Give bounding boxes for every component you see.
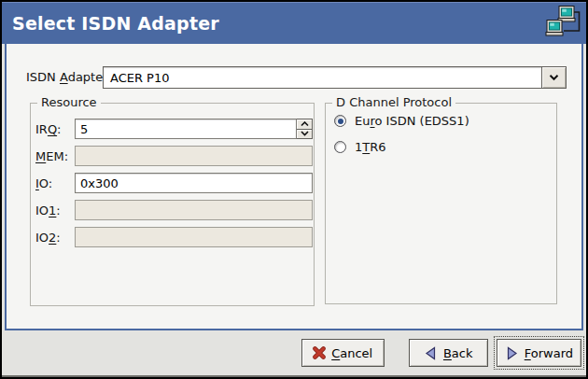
select-isdn-adapter-dialog: Select ISDN Adapter ISDN Adapte <box>0 0 588 379</box>
spin-up-button[interactable] <box>297 119 313 130</box>
mem-input <box>75 146 313 166</box>
euro-isdn-label: Euro ISDN (EDSS1) <box>355 114 469 128</box>
back-button[interactable]: Back <box>409 339 488 367</box>
resource-legend: Resource <box>37 95 101 109</box>
irq-spinner <box>297 119 313 139</box>
irq-input[interactable] <box>75 119 297 139</box>
right-triangle-icon <box>505 346 519 360</box>
mem-label: MEM: <box>35 149 75 163</box>
radio-button-unselected-icon[interactable] <box>334 141 346 153</box>
dialog-title: Select ISDN Adapter <box>12 3 219 45</box>
radio-option-1tr6[interactable]: 1TR6 <box>334 140 386 154</box>
io-input[interactable] <box>75 173 313 193</box>
chevron-down-icon <box>549 74 559 81</box>
left-triangle-icon <box>424 346 438 360</box>
forward-button-label: Forward <box>525 346 573 360</box>
cancel-button-label: Cancel <box>331 346 372 360</box>
io1-input <box>75 200 313 220</box>
io2-row: IO2: <box>35 227 313 247</box>
1tr6-label: 1TR6 <box>355 140 386 154</box>
io-label: IO: <box>35 176 75 190</box>
forward-button[interactable]: Forward <box>497 339 581 367</box>
back-button-label: Back <box>443 346 473 360</box>
irq-label: IRQ: <box>35 122 75 136</box>
chevron-down-icon <box>301 131 309 136</box>
io2-label: IO2: <box>35 231 75 245</box>
content-panel: ISDN Adapters: ACER P10 Resource IRQ: <box>5 44 583 330</box>
io2-input <box>75 227 313 247</box>
d-channel-protocol-group: D Channel Protocol Euro ISDN (EDSS1) 1TR… <box>325 103 557 304</box>
io-row: IO: <box>35 173 313 193</box>
io1-row: IO1: <box>35 200 313 220</box>
io1-label: IO1: <box>35 204 75 218</box>
isdn-adapter-combobox[interactable]: ACER P10 <box>103 66 567 89</box>
chevron-up-icon <box>301 121 309 127</box>
combobox-dropdown-button[interactable] <box>541 67 566 88</box>
spin-down-button[interactable] <box>297 130 313 140</box>
button-bar: Cancel Back Forward <box>2 330 586 377</box>
irq-row: IRQ: <box>35 119 313 139</box>
network-computers-icon <box>545 5 582 44</box>
d-channel-protocol-legend: D Channel Protocol <box>332 95 455 109</box>
red-x-icon <box>313 346 326 359</box>
dialog-header: Select ISDN Adapter <box>2 2 586 44</box>
radio-button-selected-icon[interactable] <box>334 115 346 127</box>
resource-group: Resource IRQ: MEM: <box>30 103 315 306</box>
mem-row: MEM: <box>35 146 313 166</box>
radio-option-euro-isdn[interactable]: Euro ISDN (EDSS1) <box>334 114 469 128</box>
combobox-selected-value: ACER P10 <box>104 71 541 85</box>
cancel-button[interactable]: Cancel <box>301 339 385 367</box>
